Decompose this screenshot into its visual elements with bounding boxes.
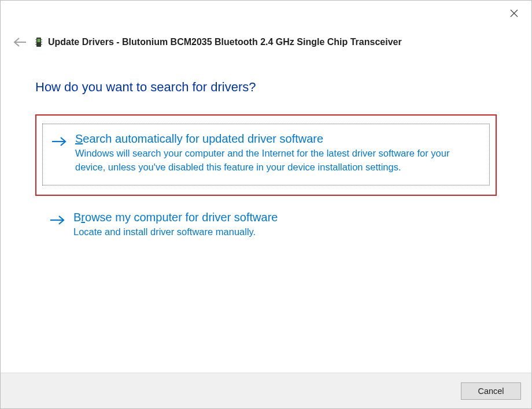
back-arrow-icon bbox=[13, 36, 27, 48]
svg-rect-10 bbox=[41, 44, 42, 45]
search-auto-description: Windows will search your computer and th… bbox=[75, 147, 478, 174]
svg-rect-9 bbox=[41, 42, 42, 43]
question-heading: How do you want to search for drivers? bbox=[35, 80, 497, 95]
back-button[interactable] bbox=[13, 36, 27, 48]
option-text-block: Search automatically for updated driver … bbox=[75, 132, 478, 174]
svg-rect-7 bbox=[35, 44, 36, 45]
svg-rect-6 bbox=[35, 42, 36, 43]
option-text-block: Browse my computer for driver software L… bbox=[73, 211, 479, 239]
svg-rect-4 bbox=[38, 39, 40, 42]
search-automatically-option[interactable]: Search automatically for updated driver … bbox=[42, 124, 490, 185]
browse-title: Browse my computer for driver software bbox=[73, 211, 479, 224]
close-button[interactable] bbox=[506, 5, 522, 21]
highlighted-option-frame: Search automatically for updated driver … bbox=[35, 114, 497, 196]
close-icon bbox=[510, 9, 518, 17]
device-icon bbox=[35, 36, 42, 48]
browse-description: Locate and install driver software manua… bbox=[73, 225, 479, 239]
content-area: How do you want to search for drivers? S… bbox=[1, 48, 531, 250]
footer-bar: Cancel bbox=[1, 373, 531, 408]
option-arrow-icon bbox=[51, 136, 67, 174]
option-arrow-icon bbox=[49, 214, 65, 239]
browse-computer-option[interactable]: Browse my computer for driver software L… bbox=[35, 207, 497, 250]
header-row: Update Drivers - Blutonium BCM2035 Bluet… bbox=[1, 24, 531, 48]
svg-rect-8 bbox=[41, 39, 42, 40]
svg-rect-5 bbox=[35, 39, 36, 40]
cancel-button[interactable]: Cancel bbox=[461, 382, 521, 400]
titlebar bbox=[1, 1, 531, 24]
search-auto-title: Search automatically for updated driver … bbox=[75, 132, 478, 146]
window-title: Update Drivers - Blutonium BCM2035 Bluet… bbox=[48, 37, 402, 47]
